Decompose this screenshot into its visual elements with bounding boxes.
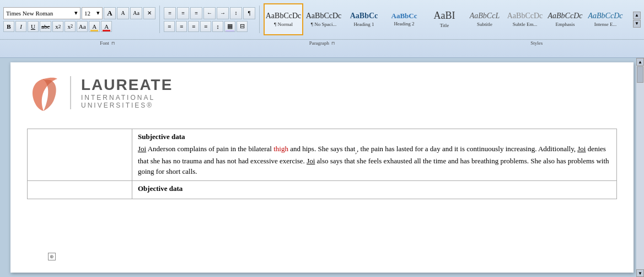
- table-cell-content-1[interactable]: Subjective data Joi Anderson complains o…: [132, 129, 617, 181]
- style-heading1[interactable]: AaBbCc Heading 1: [344, 3, 384, 35]
- style-heading2-preview: AaBbCc: [391, 12, 417, 20]
- style-heading2-label: Heading 2: [394, 21, 414, 26]
- table-cell-content-2[interactable]: Objective data: [132, 180, 617, 199]
- line-spacing-button[interactable]: ↕: [212, 21, 223, 32]
- font-size-dropdown-icon[interactable]: ▾: [96, 9, 100, 17]
- style-subtitle[interactable]: AaBbCcL Subtitle: [465, 3, 505, 35]
- objective-heading: Objective data: [138, 184, 611, 193]
- styles-scroll: ▲ ▼: [633, 12, 641, 28]
- style-heading1-label: Heading 1: [353, 22, 374, 27]
- ribbon-top: Times New Roman ▾ 12 ▾ A A Aa ✕ B I U ab…: [0, 2, 644, 38]
- multilevel-list-button[interactable]: ≡: [190, 7, 202, 19]
- styles-section-label: Styles: [430, 40, 644, 46]
- name-joi-1: Joi: [138, 145, 146, 153]
- table-row: Objective data: [28, 180, 617, 199]
- logo-sub1: INTERNATIONAL: [81, 94, 173, 102]
- style-title-label: Title: [440, 23, 449, 28]
- style-intense-e-preview: AaBbCcDc: [588, 12, 623, 20]
- logo-area: LAUREATE INTERNATIONAL UNIVERSITIES®: [27, 73, 617, 112]
- font-shrink-button[interactable]: A: [117, 7, 129, 19]
- main-scrollbar: ▲ ▼: [636, 58, 644, 277]
- style-heading2[interactable]: AaBbCc Heading 2: [384, 3, 424, 35]
- font-name-selector[interactable]: Times New Roman ▾: [3, 7, 80, 19]
- align-left-button[interactable]: ≡: [164, 21, 175, 32]
- style-emphasis-preview: AaBbCcDc: [548, 12, 583, 20]
- sort-button[interactable]: ↕: [230, 7, 242, 19]
- ribbon: Times New Roman ▾ 12 ▾ A A Aa ✕ B I U ab…: [0, 0, 644, 58]
- text-highlight-button[interactable]: A: [89, 21, 100, 32]
- italic-button[interactable]: I: [15, 21, 26, 32]
- shading-button[interactable]: ▦: [224, 21, 235, 32]
- style-subtle-em-label: Subtle Em...: [513, 22, 538, 27]
- style-title[interactable]: AaBI Title: [425, 3, 464, 35]
- style-no-spacing[interactable]: AaBbCcDc ¶ No Spaci...: [304, 3, 344, 35]
- para-expand-icon[interactable]: ⊓: [331, 41, 335, 46]
- subjective-body: Joi Anderson complains of pain in the bi…: [138, 143, 611, 177]
- font-size-value: 12: [84, 10, 90, 17]
- superscript-button[interactable]: x2: [65, 21, 76, 32]
- font-section-label: Font ⊓: [0, 40, 214, 46]
- show-marks-button[interactable]: ¶: [243, 7, 255, 19]
- style-heading1-preview: AaBbCc: [350, 12, 378, 20]
- scroll-track: [636, 66, 644, 269]
- document-page: LAUREATE INTERNATIONAL UNIVERSITIES® ⊕ S…: [10, 62, 634, 273]
- name-joi-2: Joi: [577, 145, 586, 153]
- align-center-button[interactable]: ≡: [176, 21, 187, 32]
- table-move-handle[interactable]: ⊕: [48, 253, 56, 260]
- subscript-button[interactable]: x2: [52, 21, 63, 32]
- highlighted-thigh: thigh: [273, 145, 288, 153]
- style-emphasis[interactable]: AaBbCcDc Emphasis: [545, 3, 585, 35]
- font-color-button[interactable]: A: [101, 21, 112, 32]
- scroll-thumb[interactable]: [637, 66, 643, 83]
- paragraph-section-label: Paragraph ⊓: [214, 40, 429, 46]
- style-normal[interactable]: AaBbCcDc ¶ Normal: [264, 3, 303, 35]
- table-row: Subjective data Joi Anderson complains o…: [28, 129, 617, 181]
- numbering-button[interactable]: ≡: [177, 7, 189, 19]
- font-para-divider: [159, 6, 160, 33]
- style-intense-e-label: Intense E...: [594, 22, 617, 27]
- font-size-selector[interactable]: 12 ▾: [82, 7, 103, 19]
- styles-scroll-up[interactable]: ▲: [633, 12, 641, 19]
- border-button[interactable]: ⊟: [237, 21, 248, 32]
- bold-button[interactable]: B: [3, 21, 14, 32]
- font-name-value: Times New Roman: [6, 10, 53, 17]
- subjective-heading: Subjective data: [138, 132, 611, 141]
- style-intense-e[interactable]: AaBbCcDc Intense E...: [586, 3, 625, 35]
- style-subtle-em[interactable]: AaBbCcDc Subtle Em...: [505, 3, 545, 35]
- increase-indent-button[interactable]: →: [217, 7, 229, 19]
- paragraph-group: ≡ ≡ ≡ ← → ↕ ¶ ≡ ≡ ≡ ≡ ↕ ▦ ⊟: [164, 7, 255, 32]
- style-no-spacing-label: ¶ No Spaci...: [311, 22, 336, 27]
- logo-icon: [27, 73, 60, 112]
- styles-scroll-down[interactable]: ▼: [633, 20, 641, 28]
- logo-sub2: UNIVERSITIES®: [81, 102, 173, 109]
- logo-divider: [70, 76, 71, 109]
- name-joi-3: Joi: [307, 157, 315, 165]
- style-emphasis-label: Emphasis: [556, 22, 575, 27]
- style-subtle-em-preview: AaBbCcDc: [507, 12, 543, 20]
- scroll-down-button[interactable]: ▼: [636, 269, 644, 277]
- clear-formatting-button[interactable]: ✕: [143, 7, 155, 19]
- style-no-spacing-preview: AaBbCcDc: [306, 12, 342, 20]
- text-effects-button[interactable]: Aa: [77, 21, 88, 32]
- logo-text: LAUREATE INTERNATIONAL UNIVERSITIES®: [81, 76, 173, 109]
- main-area: LAUREATE INTERNATIONAL UNIVERSITIES® ⊕ S…: [0, 58, 644, 277]
- change-case-button[interactable]: Aa: [130, 7, 142, 19]
- style-normal-label: ¶ Normal: [274, 22, 293, 27]
- strikethrough-button[interactable]: abc: [40, 21, 51, 32]
- underline-button[interactable]: U: [28, 21, 39, 32]
- ribbon-section-labels: Font ⊓ Paragraph ⊓ Styles: [0, 39, 644, 46]
- styles-group: AaBbCcDc ¶ Normal AaBbCcDc ¶ No Spaci...…: [264, 3, 630, 35]
- font-grow-button[interactable]: A: [104, 7, 116, 19]
- decrease-indent-button[interactable]: ←: [203, 7, 216, 19]
- align-right-button[interactable]: ≡: [188, 21, 199, 32]
- font-name-dropdown-icon[interactable]: ▾: [74, 9, 78, 17]
- style-subtitle-label: Subtitle: [477, 22, 492, 27]
- table-cell-left-2: [28, 180, 132, 199]
- font-expand-icon[interactable]: ⊓: [111, 41, 115, 46]
- style-normal-preview: AaBbCcDc: [266, 12, 302, 20]
- bullets-button[interactable]: ≡: [164, 7, 176, 19]
- scroll-up-button[interactable]: ▲: [636, 58, 644, 66]
- logo-name: LAUREATE: [81, 76, 173, 94]
- para-styles-divider: [259, 6, 260, 33]
- justify-button[interactable]: ≡: [200, 21, 211, 32]
